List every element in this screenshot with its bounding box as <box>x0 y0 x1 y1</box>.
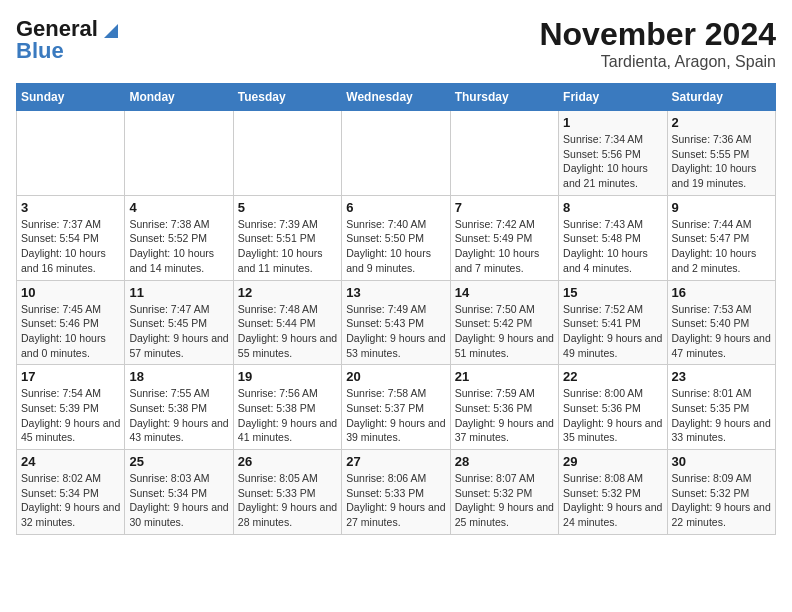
location: Tardienta, Aragon, Spain <box>539 53 776 71</box>
calendar-cell: 14Sunrise: 7:50 AM Sunset: 5:42 PM Dayli… <box>450 280 558 365</box>
day-info: Sunrise: 7:43 AM Sunset: 5:48 PM Dayligh… <box>563 217 662 276</box>
day-number: 21 <box>455 369 554 384</box>
weekday-header-row: SundayMondayTuesdayWednesdayThursdayFrid… <box>17 84 776 111</box>
header: General Blue November 2024 Tardienta, Ar… <box>16 16 776 71</box>
weekday-header: Friday <box>559 84 667 111</box>
day-info: Sunrise: 7:40 AM Sunset: 5:50 PM Dayligh… <box>346 217 445 276</box>
logo: General Blue <box>16 16 118 64</box>
calendar-cell: 6Sunrise: 7:40 AM Sunset: 5:50 PM Daylig… <box>342 195 450 280</box>
day-info: Sunrise: 8:01 AM Sunset: 5:35 PM Dayligh… <box>672 386 771 445</box>
svg-marker-0 <box>104 24 118 38</box>
day-info: Sunrise: 8:05 AM Sunset: 5:33 PM Dayligh… <box>238 471 337 530</box>
day-info: Sunrise: 7:37 AM Sunset: 5:54 PM Dayligh… <box>21 217 120 276</box>
calendar-cell: 12Sunrise: 7:48 AM Sunset: 5:44 PM Dayli… <box>233 280 341 365</box>
day-info: Sunrise: 7:47 AM Sunset: 5:45 PM Dayligh… <box>129 302 228 361</box>
calendar-week-row: 1Sunrise: 7:34 AM Sunset: 5:56 PM Daylig… <box>17 111 776 196</box>
day-info: Sunrise: 8:03 AM Sunset: 5:34 PM Dayligh… <box>129 471 228 530</box>
day-number: 11 <box>129 285 228 300</box>
day-info: Sunrise: 7:59 AM Sunset: 5:36 PM Dayligh… <box>455 386 554 445</box>
day-number: 22 <box>563 369 662 384</box>
day-info: Sunrise: 8:02 AM Sunset: 5:34 PM Dayligh… <box>21 471 120 530</box>
calendar-cell: 23Sunrise: 8:01 AM Sunset: 5:35 PM Dayli… <box>667 365 775 450</box>
calendar-cell: 10Sunrise: 7:45 AM Sunset: 5:46 PM Dayli… <box>17 280 125 365</box>
calendar-cell: 7Sunrise: 7:42 AM Sunset: 5:49 PM Daylig… <box>450 195 558 280</box>
day-info: Sunrise: 7:48 AM Sunset: 5:44 PM Dayligh… <box>238 302 337 361</box>
calendar-week-row: 17Sunrise: 7:54 AM Sunset: 5:39 PM Dayli… <box>17 365 776 450</box>
day-number: 8 <box>563 200 662 215</box>
logo-blue-text: Blue <box>16 38 64 64</box>
day-info: Sunrise: 7:34 AM Sunset: 5:56 PM Dayligh… <box>563 132 662 191</box>
day-info: Sunrise: 7:38 AM Sunset: 5:52 PM Dayligh… <box>129 217 228 276</box>
calendar-cell: 3Sunrise: 7:37 AM Sunset: 5:54 PM Daylig… <box>17 195 125 280</box>
day-info: Sunrise: 7:44 AM Sunset: 5:47 PM Dayligh… <box>672 217 771 276</box>
day-info: Sunrise: 7:45 AM Sunset: 5:46 PM Dayligh… <box>21 302 120 361</box>
calendar-cell: 26Sunrise: 8:05 AM Sunset: 5:33 PM Dayli… <box>233 450 341 535</box>
day-number: 19 <box>238 369 337 384</box>
day-number: 14 <box>455 285 554 300</box>
day-info: Sunrise: 7:42 AM Sunset: 5:49 PM Dayligh… <box>455 217 554 276</box>
day-info: Sunrise: 7:56 AM Sunset: 5:38 PM Dayligh… <box>238 386 337 445</box>
calendar-cell: 20Sunrise: 7:58 AM Sunset: 5:37 PM Dayli… <box>342 365 450 450</box>
calendar-cell: 29Sunrise: 8:08 AM Sunset: 5:32 PM Dayli… <box>559 450 667 535</box>
day-number: 5 <box>238 200 337 215</box>
calendar-cell: 28Sunrise: 8:07 AM Sunset: 5:32 PM Dayli… <box>450 450 558 535</box>
logo-triangle-icon <box>100 20 118 38</box>
day-number: 9 <box>672 200 771 215</box>
day-number: 17 <box>21 369 120 384</box>
weekday-header: Thursday <box>450 84 558 111</box>
calendar-cell: 15Sunrise: 7:52 AM Sunset: 5:41 PM Dayli… <box>559 280 667 365</box>
calendar-cell: 24Sunrise: 8:02 AM Sunset: 5:34 PM Dayli… <box>17 450 125 535</box>
weekday-header: Wednesday <box>342 84 450 111</box>
day-info: Sunrise: 7:54 AM Sunset: 5:39 PM Dayligh… <box>21 386 120 445</box>
calendar-cell: 22Sunrise: 8:00 AM Sunset: 5:36 PM Dayli… <box>559 365 667 450</box>
calendar-cell: 13Sunrise: 7:49 AM Sunset: 5:43 PM Dayli… <box>342 280 450 365</box>
calendar-cell <box>342 111 450 196</box>
day-number: 23 <box>672 369 771 384</box>
day-number: 13 <box>346 285 445 300</box>
day-number: 28 <box>455 454 554 469</box>
weekday-header: Sunday <box>17 84 125 111</box>
weekday-header: Tuesday <box>233 84 341 111</box>
calendar-cell: 19Sunrise: 7:56 AM Sunset: 5:38 PM Dayli… <box>233 365 341 450</box>
calendar-week-row: 24Sunrise: 8:02 AM Sunset: 5:34 PM Dayli… <box>17 450 776 535</box>
calendar-week-row: 3Sunrise: 7:37 AM Sunset: 5:54 PM Daylig… <box>17 195 776 280</box>
calendar-cell: 4Sunrise: 7:38 AM Sunset: 5:52 PM Daylig… <box>125 195 233 280</box>
weekday-header: Monday <box>125 84 233 111</box>
day-info: Sunrise: 7:53 AM Sunset: 5:40 PM Dayligh… <box>672 302 771 361</box>
calendar-cell: 30Sunrise: 8:09 AM Sunset: 5:32 PM Dayli… <box>667 450 775 535</box>
day-number: 26 <box>238 454 337 469</box>
day-info: Sunrise: 7:50 AM Sunset: 5:42 PM Dayligh… <box>455 302 554 361</box>
calendar-week-row: 10Sunrise: 7:45 AM Sunset: 5:46 PM Dayli… <box>17 280 776 365</box>
day-number: 6 <box>346 200 445 215</box>
day-number: 16 <box>672 285 771 300</box>
calendar-cell <box>125 111 233 196</box>
title-area: November 2024 Tardienta, Aragon, Spain <box>539 16 776 71</box>
day-info: Sunrise: 7:36 AM Sunset: 5:55 PM Dayligh… <box>672 132 771 191</box>
day-info: Sunrise: 7:49 AM Sunset: 5:43 PM Dayligh… <box>346 302 445 361</box>
day-number: 24 <box>21 454 120 469</box>
day-info: Sunrise: 7:58 AM Sunset: 5:37 PM Dayligh… <box>346 386 445 445</box>
day-number: 18 <box>129 369 228 384</box>
day-number: 4 <box>129 200 228 215</box>
calendar-cell: 21Sunrise: 7:59 AM Sunset: 5:36 PM Dayli… <box>450 365 558 450</box>
calendar-cell: 11Sunrise: 7:47 AM Sunset: 5:45 PM Dayli… <box>125 280 233 365</box>
calendar-cell: 5Sunrise: 7:39 AM Sunset: 5:51 PM Daylig… <box>233 195 341 280</box>
day-number: 10 <box>21 285 120 300</box>
day-info: Sunrise: 7:52 AM Sunset: 5:41 PM Dayligh… <box>563 302 662 361</box>
day-info: Sunrise: 8:00 AM Sunset: 5:36 PM Dayligh… <box>563 386 662 445</box>
day-number: 29 <box>563 454 662 469</box>
day-number: 30 <box>672 454 771 469</box>
day-number: 15 <box>563 285 662 300</box>
calendar-cell <box>233 111 341 196</box>
calendar-cell: 25Sunrise: 8:03 AM Sunset: 5:34 PM Dayli… <box>125 450 233 535</box>
day-number: 25 <box>129 454 228 469</box>
day-number: 3 <box>21 200 120 215</box>
day-info: Sunrise: 8:08 AM Sunset: 5:32 PM Dayligh… <box>563 471 662 530</box>
month-title: November 2024 <box>539 16 776 53</box>
calendar-cell: 2Sunrise: 7:36 AM Sunset: 5:55 PM Daylig… <box>667 111 775 196</box>
day-info: Sunrise: 8:09 AM Sunset: 5:32 PM Dayligh… <box>672 471 771 530</box>
calendar-cell <box>17 111 125 196</box>
calendar-cell: 17Sunrise: 7:54 AM Sunset: 5:39 PM Dayli… <box>17 365 125 450</box>
calendar-table: SundayMondayTuesdayWednesdayThursdayFrid… <box>16 83 776 535</box>
day-info: Sunrise: 7:55 AM Sunset: 5:38 PM Dayligh… <box>129 386 228 445</box>
